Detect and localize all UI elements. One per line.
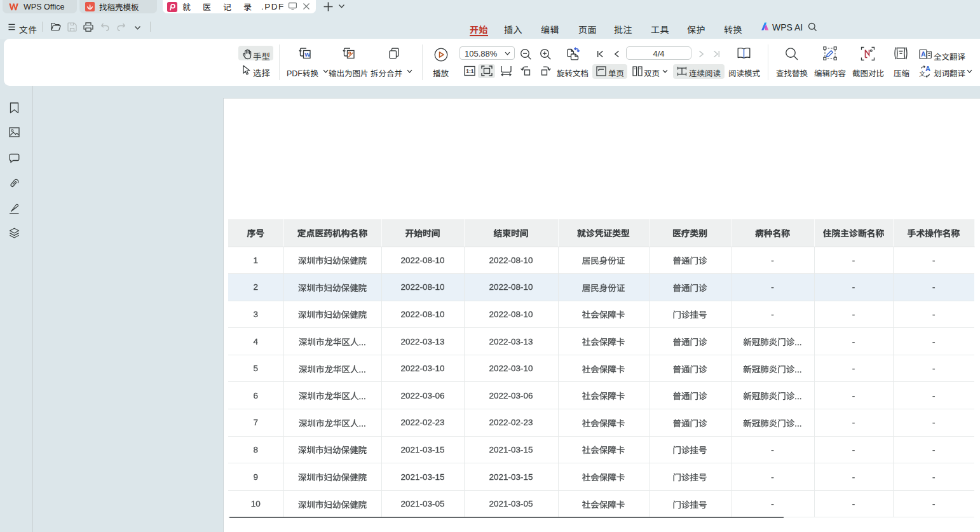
- svg-text:A: A: [925, 65, 930, 72]
- svg-text:W: W: [304, 51, 310, 58]
- svg-text:1:1: 1:1: [466, 68, 474, 74]
- svg-text:文: 文: [919, 69, 925, 78]
- svg-text:A: A: [921, 50, 926, 58]
